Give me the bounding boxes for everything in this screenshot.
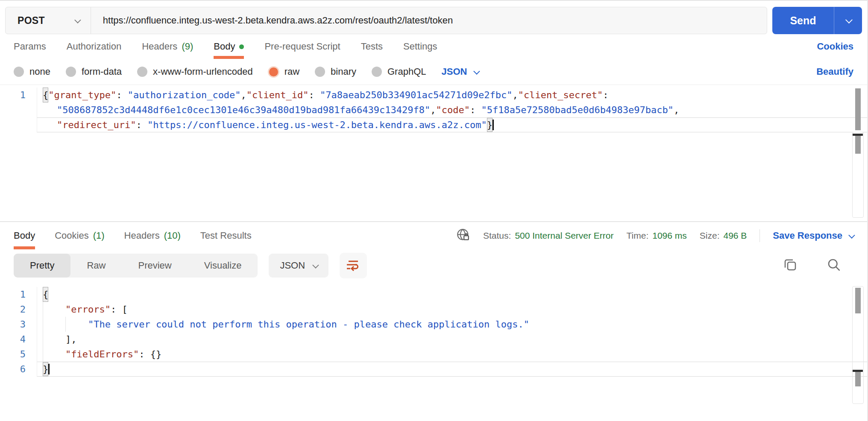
code-line[interactable]: 4],: [0, 332, 867, 347]
request-url-row: POST Send: [0, 1, 867, 34]
code-line[interactable]: 6}: [0, 362, 867, 377]
line-number: [0, 117, 37, 132]
divider: [760, 229, 760, 242]
method-selector[interactable]: POST: [6, 7, 91, 34]
tab-params[interactable]: Params: [14, 34, 46, 59]
radio-icon: [137, 67, 147, 77]
response-tab-cookies[interactable]: Cookies (1): [55, 222, 104, 249]
code-token: "authorization_code": [128, 88, 241, 102]
send-button[interactable]: Send: [772, 7, 862, 34]
code-line[interactable]: "redirect_uri": "https://confluence.inte…: [0, 117, 867, 132]
code-line[interactable]: 2"errors": [: [0, 302, 867, 317]
size-indicator[interactable]: Size: 496 B: [700, 231, 747, 241]
code-token: "508687852c3d4448df6e1c0cec1301e46c39a48…: [57, 102, 430, 117]
code-token: :: [136, 118, 148, 132]
code-token: ,: [241, 88, 246, 102]
wrap-lines-button[interactable]: [340, 253, 367, 278]
code-token: :: [470, 102, 481, 117]
view-switcher: Pretty Raw Preview Visualize: [14, 254, 258, 278]
text-cursor: [48, 364, 50, 374]
beautify-link[interactable]: Beautify: [816, 66, 853, 77]
scrollbar-thumb[interactable]: [855, 288, 861, 313]
line-number: 2: [0, 302, 37, 317]
scrollbar-thumb[interactable]: [855, 88, 861, 130]
tab-settings[interactable]: Settings: [403, 34, 437, 59]
send-dropdown-button[interactable]: [834, 7, 862, 34]
radio-binary[interactable]: binary: [315, 66, 356, 77]
status-label: Status:: [483, 231, 511, 241]
radio-icon: [372, 67, 382, 77]
wrap-lines-icon: [346, 259, 361, 272]
code-token: "grant_type": [48, 88, 116, 102]
time-value: 1096 ms: [652, 231, 687, 241]
indent-guide: [43, 302, 65, 317]
scrollbar-thumb[interactable]: [855, 136, 861, 154]
code-token: "client_id": [246, 88, 309, 102]
indent-guide: [43, 347, 65, 362]
request-body-editor[interactable]: 1{"grant_type": "authorization_code","cl…: [0, 85, 867, 221]
time-indicator[interactable]: Time: 1096 ms: [627, 231, 687, 241]
code-token: ,: [430, 102, 436, 117]
response-tab-body[interactable]: Body: [14, 222, 35, 249]
code-line[interactable]: 1{: [0, 287, 867, 302]
code-line[interactable]: 3"The server could not perform this oper…: [0, 317, 867, 332]
tab-authorization[interactable]: Authorization: [67, 34, 121, 59]
cookies-link[interactable]: Cookies: [817, 41, 853, 52]
response-language-selector[interactable]: JSON: [269, 254, 328, 278]
line-number: 3: [0, 317, 37, 332]
view-raw[interactable]: Raw: [70, 254, 122, 278]
code-token: :: [309, 88, 320, 102]
response-tab-test-results[interactable]: Test Results: [200, 222, 252, 249]
size-label: Size:: [700, 231, 720, 241]
headers-count-badge: (9): [182, 41, 193, 52]
url-box: POST: [5, 7, 767, 34]
code-line[interactable]: 1{"grant_type": "authorization_code","cl…: [0, 88, 867, 102]
chevron-down-icon: [74, 17, 81, 23]
radio-x-www-form-urlencoded[interactable]: x-www-form-urlencoded: [137, 66, 253, 77]
code-token: "5f18a5e72580bad5e0d6b4983e97bacb": [481, 102, 674, 117]
copy-button[interactable]: [783, 257, 798, 274]
code-token: :: [116, 88, 128, 102]
tab-tests[interactable]: Tests: [361, 34, 383, 59]
code-token: "fieldErrors": [65, 347, 139, 362]
body-language-selector[interactable]: JSON: [442, 66, 479, 77]
copy-icon: [783, 257, 798, 272]
method-label: POST: [18, 15, 45, 26]
search-icon: [826, 257, 842, 272]
scrollbar-thumb[interactable]: [855, 372, 861, 386]
radio-graphql[interactable]: GraphQL: [372, 66, 426, 77]
url-input[interactable]: [91, 7, 767, 34]
search-button[interactable]: [826, 257, 842, 274]
save-response-button[interactable]: Save Response: [773, 230, 853, 241]
line-number: [0, 102, 37, 117]
line-number: 5: [0, 347, 37, 362]
code-line[interactable]: 5"fieldErrors": {}: [0, 347, 867, 362]
radio-none[interactable]: none: [14, 66, 50, 77]
code-token: {: [43, 88, 48, 102]
globe-lock-icon[interactable]: [456, 228, 470, 244]
response-toolbar: Pretty Raw Preview Visualize JSON: [0, 249, 867, 282]
chevron-down-icon: [845, 16, 852, 23]
view-visualize[interactable]: Visualize: [188, 254, 258, 278]
response-body-editor[interactable]: 1{2"errors": [3"The server could not per…: [0, 282, 867, 421]
tab-prerequest-script[interactable]: Pre-request Script: [264, 34, 340, 59]
radio-raw[interactable]: raw: [268, 66, 299, 77]
tab-headers[interactable]: Headers (9): [142, 34, 193, 59]
response-meta: Status: 500 Internal Server Error Time: …: [456, 228, 853, 244]
send-label[interactable]: Send: [772, 7, 834, 34]
radio-form-data[interactable]: form-data: [66, 66, 122, 77]
code-token: ],: [65, 332, 77, 347]
response-tab-headers[interactable]: Headers (10): [124, 222, 181, 249]
view-preview[interactable]: Preview: [122, 254, 188, 278]
view-pretty[interactable]: Pretty: [14, 254, 70, 278]
code-token: "The server could not perform this opera…: [88, 317, 529, 332]
code-token: :: [603, 88, 614, 102]
code-line[interactable]: "508687852c3d4448df6e1c0cec1301e46c39a48…: [0, 102, 867, 117]
code-token: "7a8aeab250b334901ac54271d09e2fbc": [320, 88, 512, 102]
indent-guide: [65, 317, 88, 332]
tab-body[interactable]: Body: [214, 34, 244, 59]
size-value: 496 B: [723, 231, 747, 241]
code-token: "redirect_uri": [57, 118, 136, 132]
status-indicator[interactable]: Status: 500 Internal Server Error: [483, 231, 613, 241]
code-token: : [: [111, 302, 128, 317]
